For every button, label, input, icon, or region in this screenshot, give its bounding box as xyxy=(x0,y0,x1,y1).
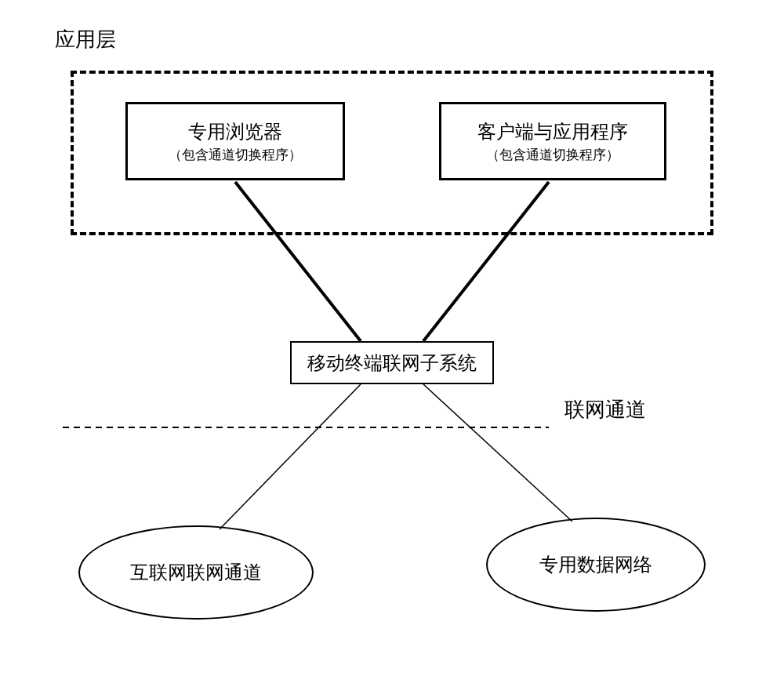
svg-line-4 xyxy=(423,384,572,522)
browser-title: 专用浏览器 xyxy=(188,119,282,144)
dedicated-network-ellipse: 专用数据网络 xyxy=(486,518,706,612)
browser-subtitle: （包含通道切换程序） xyxy=(169,146,302,164)
subsystem-box: 移动终端联网子系统 xyxy=(290,341,494,384)
app-layer-label: 应用层 xyxy=(55,26,116,53)
internet-channel-ellipse: 互联网联网通道 xyxy=(78,525,314,620)
network-channel-label: 联网通道 xyxy=(564,396,646,423)
svg-line-3 xyxy=(220,384,361,529)
client-title: 客户端与应用程序 xyxy=(477,119,628,144)
client-box: 客户端与应用程序 （包含通道切换程序） xyxy=(439,102,666,180)
browser-box: 专用浏览器 （包含通道切换程序） xyxy=(125,102,345,180)
client-subtitle: （包含通道切换程序） xyxy=(486,146,619,164)
